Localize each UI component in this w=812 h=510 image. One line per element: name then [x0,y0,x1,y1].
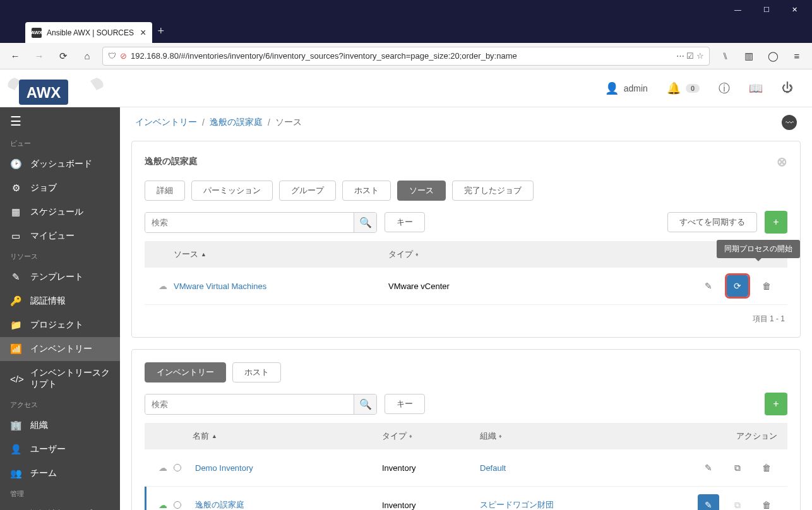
org-link[interactable]: スピードワゴン財団 [480,499,554,510]
browser-tab[interactable]: AWX Ansible AWX | SOURCES × [25,22,152,43]
delete-button[interactable]: 🗑 [756,457,777,478]
favicon-icon: AWX [32,28,42,38]
search-box-2: 🔍 [145,394,377,415]
sync-all-button[interactable]: すべてを同期する [667,212,757,232]
info-button[interactable]: ⓘ [719,81,730,96]
key-button-2[interactable]: キー [385,394,425,414]
header-source[interactable]: ソース [174,249,198,260]
jobs-icon: ⚙ [10,182,21,194]
user-icon: 👤 [605,81,619,95]
sidebar-item-teams[interactable]: 👥チーム [0,461,120,485]
url-bar[interactable]: 🛡 ⊘ 192.168.9.80/#/inventories/inventory… [102,47,710,66]
search-input-2[interactable] [145,394,354,414]
cloud-icon: ☁ [158,500,167,510]
sidebar-item-inv-scripts[interactable]: </>インベントリースクリプト [0,361,120,396]
radio-select[interactable] [174,464,181,471]
search-button-2[interactable]: 🔍 [354,394,376,414]
header-org[interactable]: 組織 [480,430,496,442]
sidebar-item-cred-types[interactable]: ☰認証情報タイプ [0,502,120,510]
notifications-button[interactable]: 🔔 0 [667,81,700,95]
edit-button[interactable]: ✎ [698,494,719,510]
breadcrumb-inventories[interactable]: インベントリー [135,117,197,128]
sync-button[interactable]: ⟳ [727,275,748,297]
forward-button[interactable]: → [30,47,48,65]
tab-permissions[interactable]: パーミッション [191,181,273,201]
pagination-label: 項目 1 - 1 [145,305,787,324]
book-icon: 📖 [749,81,763,95]
insecure-icon: ⊘ [120,51,127,61]
sidebar-item-schedules[interactable]: ▦スケジュール [0,200,120,224]
browser-navbar: ← → ⟳ ⌂ 🛡 ⊘ 192.168.9.80/#/inventories/i… [0,43,812,69]
calendar-icon: ▦ [10,206,21,218]
inventory-name-link[interactable]: Demo Inventory [195,463,253,473]
sidebar-item-inventories[interactable]: 📶インベントリー [0,337,120,361]
copy-button[interactable]: ⧉ [727,457,748,478]
tab-close-icon[interactable]: × [140,27,146,39]
sidebar-item-credentials[interactable]: 🔑認証情報 [0,289,120,313]
source-name-link[interactable]: VMware Virtual Machines [174,282,266,291]
sidebar-item-jobs[interactable]: ⚙ジョブ [0,176,120,200]
library-icon[interactable]: ⑊ [716,47,734,65]
sidebar-item-orgs[interactable]: 🏢組織 [0,413,120,437]
hamburger-button[interactable]: ☰ [0,107,120,135]
search-button[interactable]: 🔍 [354,213,376,232]
sidebar-item-myview[interactable]: ▭マイビュー [0,224,120,248]
panel-close-icon[interactable]: ⊗ [777,154,787,169]
add-button-2[interactable]: + [765,393,787,415]
account-icon[interactable]: ◯ [764,47,782,65]
add-button[interactable]: + [765,211,787,234]
activity-icon[interactable]: 〰 [782,115,797,130]
search-input[interactable] [145,213,354,232]
edit-button[interactable]: ✎ [698,457,719,478]
close-window-button[interactable]: ✕ [780,0,809,19]
sort-asc-icon: ▲ [201,251,206,258]
new-tab-button[interactable]: + [157,25,164,38]
user-menu[interactable]: 👤 admin [605,81,648,95]
tab-sources[interactable]: ソース [397,181,446,201]
org-link[interactable]: Default [480,463,506,473]
window-titlebar: ― ☐ ✕ [0,0,812,19]
key-icon: 🔑 [10,295,21,307]
sync-icon: ⟳ [734,281,741,291]
logout-button[interactable]: ⏻ [782,81,793,95]
tab-inventories[interactable]: インベントリー [145,362,226,382]
view-icon: ▭ [10,230,21,242]
home-button[interactable]: ⌂ [78,47,96,65]
building-icon: 🏢 [10,420,21,431]
sidebar-icon[interactable]: ▥ [740,47,758,65]
copy-button[interactable]: ⧉ [727,494,748,510]
tab-hosts[interactable]: ホスト [342,181,391,201]
breadcrumb-inventory-name[interactable]: 逸般の誤家庭 [210,117,263,128]
sidebar-item-templates[interactable]: ✎テンプレート [0,265,120,289]
sidebar-item-users[interactable]: 👤ユーザー [0,437,120,461]
back-button[interactable]: ← [6,47,24,65]
plus-icon: + [773,398,779,410]
minimize-button[interactable]: ― [724,0,752,19]
reload-button[interactable]: ⟳ [54,47,72,65]
source-type: VMware vCenter [388,282,450,291]
search-box: 🔍 [145,212,377,233]
radio-select[interactable] [174,501,181,509]
sidebar-item-dashboard[interactable]: 🕑ダッシュボード [0,152,120,176]
delete-button[interactable]: 🗑 [756,275,777,297]
tab-hosts-2[interactable]: ホスト [232,362,281,382]
search-icon: 🔍 [359,216,372,228]
tab-finished-jobs[interactable]: 完了したジョブ [452,181,534,201]
edit-button[interactable]: ✎ [698,275,719,297]
trash-icon: 🗑 [762,463,771,473]
header-type-2[interactable]: タイプ [382,430,407,442]
key-button[interactable]: キー [385,212,425,232]
delete-button[interactable]: 🗑 [756,494,777,510]
header-name[interactable]: 名前 [193,430,209,442]
breadcrumb: インベントリー / 逸般の誤家庭 / ソース 〰 [120,107,812,138]
inventory-name-link[interactable]: 逸般の誤家庭 [195,499,244,510]
sources-panel: 逸般の誤家庭 ⊗ 詳細 パーミッション グループ ホスト ソース 完了したジョブ… [131,141,801,338]
docs-button[interactable]: 📖 [749,81,763,95]
header-type[interactable]: タイプ [388,249,413,260]
tab-details[interactable]: 詳細 [145,181,185,201]
sidebar-item-projects[interactable]: 📁プロジェクト [0,313,120,337]
maximize-button[interactable]: ☐ [752,0,780,19]
inventories-panel: インベントリー ホスト 🔍 キー + 名前▲ タイプ♦ 組織♦ アクション [131,349,801,510]
tab-groups[interactable]: グループ [279,181,336,201]
menu-icon[interactable]: ≡ [788,47,806,65]
